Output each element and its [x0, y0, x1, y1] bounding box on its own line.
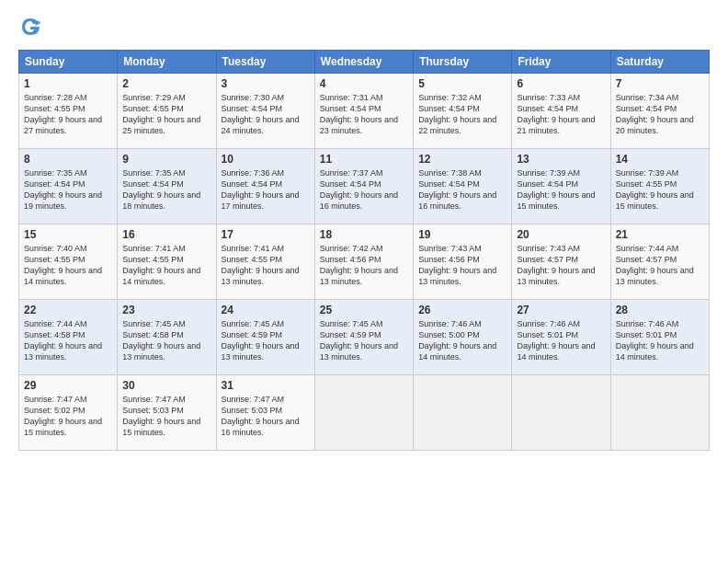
- cell-info: Sunrise: 7:45 AMSunset: 4:58 PMDaylight:…: [122, 319, 200, 362]
- cell-info: Sunrise: 7:39 AMSunset: 4:54 PMDaylight:…: [517, 168, 595, 211]
- day-of-week-header: Sunday: [19, 51, 118, 74]
- page-container: SundayMondayTuesdayWednesdayThursdayFrid…: [0, 0, 728, 460]
- calendar-week-row: 8 Sunrise: 7:35 AMSunset: 4:54 PMDayligh…: [19, 149, 710, 224]
- cell-info: Sunrise: 7:43 AMSunset: 4:56 PMDaylight:…: [418, 244, 496, 286]
- calendar-cell: 30 Sunrise: 7:47 AMSunset: 5:03 PMDaylig…: [118, 375, 216, 451]
- cell-info: Sunrise: 7:35 AMSunset: 4:54 PMDaylight:…: [24, 168, 102, 211]
- day-number: 29: [24, 379, 112, 392]
- cell-info: Sunrise: 7:39 AMSunset: 4:55 PMDaylight:…: [616, 168, 694, 211]
- day-number: 24: [222, 304, 310, 316]
- day-of-week-header: Thursday: [414, 51, 512, 74]
- cell-info: Sunrise: 7:45 AMSunset: 4:59 PMDaylight:…: [320, 319, 398, 362]
- day-number: 28: [616, 304, 704, 316]
- day-number: 5: [418, 77, 506, 90]
- day-number: 19: [418, 228, 506, 241]
- calendar-cell: 2 Sunrise: 7:29 AMSunset: 4:55 PMDayligh…: [118, 74, 216, 149]
- day-number: 25: [320, 304, 408, 316]
- calendar-cell: 25 Sunrise: 7:45 AMSunset: 4:59 PMDaylig…: [314, 300, 413, 375]
- day-of-week-header: Saturday: [610, 51, 709, 74]
- calendar-cell: 5 Sunrise: 7:32 AMSunset: 4:54 PMDayligh…: [414, 74, 512, 149]
- cell-info: Sunrise: 7:46 AMSunset: 5:01 PMDaylight:…: [616, 319, 694, 362]
- day-number: 4: [320, 77, 408, 90]
- logo: [18, 17, 44, 40]
- day-number: 8: [24, 153, 112, 166]
- calendar-cell: 27 Sunrise: 7:46 AMSunset: 5:01 PMDaylig…: [512, 300, 610, 375]
- day-of-week-header: Friday: [512, 51, 610, 74]
- day-of-week-header: Tuesday: [216, 51, 314, 74]
- calendar-cell: 18 Sunrise: 7:42 AMSunset: 4:56 PMDaylig…: [314, 224, 413, 300]
- calendar-cell: 10 Sunrise: 7:36 AMSunset: 4:54 PMDaylig…: [216, 149, 314, 224]
- calendar-cell: 14 Sunrise: 7:39 AMSunset: 4:55 PMDaylig…: [610, 149, 709, 224]
- day-number: 11: [320, 153, 408, 166]
- calendar-header: SundayMondayTuesdayWednesdayThursdayFrid…: [19, 51, 710, 74]
- cell-info: Sunrise: 7:45 AMSunset: 4:59 PMDaylight:…: [222, 319, 300, 362]
- day-number: 30: [122, 379, 210, 392]
- calendar-table: SundayMondayTuesdayWednesdayThursdayFrid…: [18, 50, 710, 451]
- day-number: 20: [517, 228, 605, 241]
- calendar-cell: 9 Sunrise: 7:35 AMSunset: 4:54 PMDayligh…: [118, 149, 216, 224]
- calendar-cell: 24 Sunrise: 7:45 AMSunset: 4:59 PMDaylig…: [216, 300, 314, 375]
- day-number: 6: [517, 77, 605, 90]
- day-number: 7: [616, 77, 704, 90]
- calendar-cell: 16 Sunrise: 7:41 AMSunset: 4:55 PMDaylig…: [118, 224, 216, 300]
- day-number: 27: [517, 304, 605, 316]
- cell-info: Sunrise: 7:41 AMSunset: 4:55 PMDaylight:…: [122, 244, 200, 286]
- calendar-cell: 11 Sunrise: 7:37 AMSunset: 4:54 PMDaylig…: [314, 149, 413, 224]
- calendar-week-row: 15 Sunrise: 7:40 AMSunset: 4:55 PMDaylig…: [19, 224, 710, 300]
- day-number: 10: [222, 153, 310, 166]
- calendar-cell: 15 Sunrise: 7:40 AMSunset: 4:55 PMDaylig…: [19, 224, 118, 300]
- cell-info: Sunrise: 7:32 AMSunset: 4:54 PMDaylight:…: [418, 93, 496, 135]
- cell-info: Sunrise: 7:40 AMSunset: 4:55 PMDaylight:…: [24, 244, 102, 286]
- calendar-cell: [610, 375, 709, 451]
- calendar-cell: 29 Sunrise: 7:47 AMSunset: 5:02 PMDaylig…: [19, 375, 118, 451]
- cell-info: Sunrise: 7:30 AMSunset: 4:54 PMDaylight:…: [222, 93, 300, 135]
- cell-info: Sunrise: 7:35 AMSunset: 4:54 PMDaylight:…: [122, 168, 200, 211]
- page-header: [18, 17, 710, 40]
- cell-info: Sunrise: 7:47 AMSunset: 5:03 PMDaylight:…: [222, 395, 300, 437]
- calendar-cell: 26 Sunrise: 7:46 AMSunset: 5:00 PMDaylig…: [414, 300, 512, 375]
- cell-info: Sunrise: 7:31 AMSunset: 4:54 PMDaylight:…: [320, 93, 398, 135]
- cell-info: Sunrise: 7:47 AMSunset: 5:03 PMDaylight:…: [122, 395, 200, 437]
- calendar-cell: 21 Sunrise: 7:44 AMSunset: 4:57 PMDaylig…: [610, 224, 709, 300]
- calendar-cell: 7 Sunrise: 7:34 AMSunset: 4:54 PMDayligh…: [610, 74, 709, 149]
- cell-info: Sunrise: 7:41 AMSunset: 4:55 PMDaylight:…: [222, 244, 300, 286]
- cell-info: Sunrise: 7:37 AMSunset: 4:54 PMDaylight:…: [320, 168, 398, 211]
- day-number: 12: [418, 153, 506, 166]
- cell-info: Sunrise: 7:46 AMSunset: 5:01 PMDaylight:…: [517, 319, 595, 362]
- calendar-cell: 12 Sunrise: 7:38 AMSunset: 4:54 PMDaylig…: [414, 149, 512, 224]
- calendar-cell: 8 Sunrise: 7:35 AMSunset: 4:54 PMDayligh…: [19, 149, 118, 224]
- calendar-week-row: 22 Sunrise: 7:44 AMSunset: 4:58 PMDaylig…: [19, 300, 710, 375]
- day-number: 9: [122, 153, 210, 166]
- calendar-cell: 19 Sunrise: 7:43 AMSunset: 4:56 PMDaylig…: [414, 224, 512, 300]
- cell-info: Sunrise: 7:43 AMSunset: 4:57 PMDaylight:…: [517, 244, 595, 286]
- day-number: 23: [122, 304, 210, 316]
- calendar-cell: 17 Sunrise: 7:41 AMSunset: 4:55 PMDaylig…: [216, 224, 314, 300]
- day-number: 26: [418, 304, 506, 316]
- cell-info: Sunrise: 7:36 AMSunset: 4:54 PMDaylight:…: [222, 168, 300, 211]
- cell-info: Sunrise: 7:46 AMSunset: 5:00 PMDaylight:…: [418, 319, 496, 362]
- calendar-cell: 1 Sunrise: 7:28 AMSunset: 4:55 PMDayligh…: [19, 74, 118, 149]
- calendar-cell: [314, 375, 413, 451]
- day-number: 18: [320, 228, 408, 241]
- day-number: 15: [24, 228, 112, 241]
- cell-info: Sunrise: 7:38 AMSunset: 4:54 PMDaylight:…: [418, 168, 496, 211]
- calendar-cell: 3 Sunrise: 7:30 AMSunset: 4:54 PMDayligh…: [216, 74, 314, 149]
- day-number: 22: [24, 304, 112, 316]
- cell-info: Sunrise: 7:34 AMSunset: 4:54 PMDaylight:…: [616, 93, 694, 135]
- calendar-cell: 4 Sunrise: 7:31 AMSunset: 4:54 PMDayligh…: [314, 74, 413, 149]
- day-number: 16: [122, 228, 210, 241]
- cell-info: Sunrise: 7:42 AMSunset: 4:56 PMDaylight:…: [320, 244, 398, 286]
- cell-info: Sunrise: 7:29 AMSunset: 4:55 PMDaylight:…: [122, 93, 200, 135]
- calendar-cell: [512, 375, 610, 451]
- cell-info: Sunrise: 7:44 AMSunset: 4:57 PMDaylight:…: [616, 244, 694, 286]
- cell-info: Sunrise: 7:33 AMSunset: 4:54 PMDaylight:…: [517, 93, 595, 135]
- calendar-cell: 28 Sunrise: 7:46 AMSunset: 5:01 PMDaylig…: [610, 300, 709, 375]
- day-number: 14: [616, 153, 704, 166]
- calendar-cell: [414, 375, 512, 451]
- day-number: 3: [222, 77, 310, 90]
- cell-info: Sunrise: 7:28 AMSunset: 4:55 PMDaylight:…: [24, 93, 102, 135]
- day-number: 2: [122, 77, 210, 90]
- calendar-cell: 22 Sunrise: 7:44 AMSunset: 4:58 PMDaylig…: [19, 300, 118, 375]
- calendar-cell: 20 Sunrise: 7:43 AMSunset: 4:57 PMDaylig…: [512, 224, 610, 300]
- day-number: 21: [616, 228, 704, 241]
